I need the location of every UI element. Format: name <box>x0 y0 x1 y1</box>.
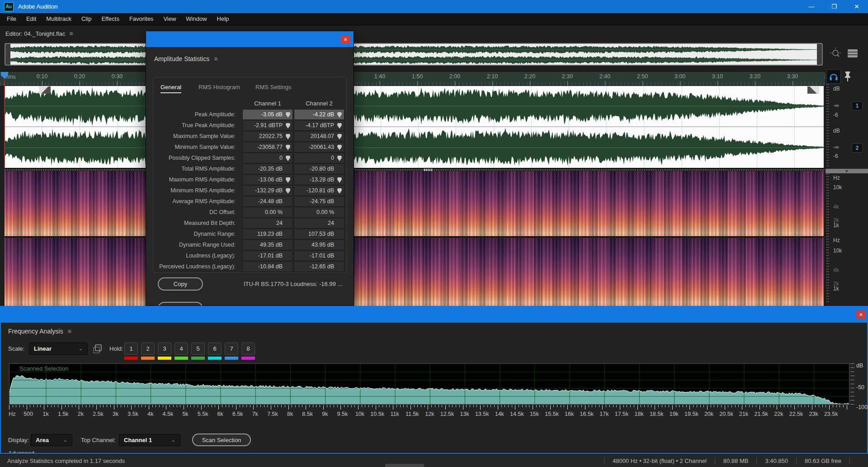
freq-axis-label: 3.5k <box>123 411 143 417</box>
editor-tab[interactable]: Editor: 04._Tonight.flac ≡ <box>5 29 73 38</box>
display-dropdown[interactable]: Area⌄ <box>31 434 72 446</box>
table-row[interactable]: Measured Bit Depth:2424 <box>153 218 347 229</box>
menu-item-effects[interactable]: Effects <box>96 13 124 25</box>
advanced-section-clipped[interactable]: Advanced <box>8 450 34 453</box>
stat-value-text: 0.00 % <box>265 209 283 215</box>
marker-pin-icon[interactable] <box>286 188 290 194</box>
menu-item-view[interactable]: View <box>158 13 181 25</box>
overview-left-handle[interactable] <box>5 44 10 65</box>
top-channel-dropdown[interactable]: Channel 1⌄ <box>119 434 180 446</box>
menu-item-file[interactable]: File <box>2 13 21 25</box>
collapse-divider[interactable]: ▼ <box>826 169 868 173</box>
table-row[interactable]: Peak Amplitude:-3.05 dB-4.22 dB <box>153 109 347 120</box>
minimize-button[interactable]: — <box>800 0 823 13</box>
marker-pin-icon[interactable] <box>337 112 342 118</box>
table-row[interactable]: Dynamic Range:119.23 dB107.53 dB <box>153 229 347 239</box>
selection-dashed-right <box>823 170 823 306</box>
table-row[interactable]: Loudness (Legacy):-17.01 dB-17.01 dB <box>153 250 347 261</box>
marker-pin-icon[interactable] <box>337 188 342 194</box>
hold-button-6[interactable]: 6 <box>208 343 222 355</box>
marker-pin-icon[interactable] <box>286 145 290 150</box>
menu-item-clip[interactable]: Clip <box>76 13 96 25</box>
marker-pin-icon[interactable] <box>286 156 290 161</box>
table-row[interactable]: Minimum Sample Value:-23058.77-20061.43 <box>153 142 347 152</box>
stat-value-text: -3.05 dB <box>261 111 283 118</box>
table-row[interactable]: Perceived Loudness (Legacy):-10.84 dB-12… <box>153 261 347 272</box>
stat-value-text: 119.23 dB <box>257 231 283 237</box>
tab-rms-settings[interactable]: RMS Settings <box>255 84 291 91</box>
window-title: Adobe Audition <box>18 3 57 10</box>
stat-value-ch1: -2.91 dBTP <box>242 120 293 131</box>
channel-separator[interactable] <box>5 126 824 127</box>
dialog-close-button[interactable]: ✕ <box>341 35 350 43</box>
hold-button-2[interactable]: 2 <box>141 343 155 355</box>
monitoring-button[interactable] <box>826 69 841 84</box>
marker-pin-icon[interactable] <box>286 112 290 118</box>
copy-button[interactable]: Copy <box>158 277 203 291</box>
channel-badge-2[interactable]: 2 <box>852 143 863 152</box>
stat-value-text: 0.00 % <box>316 209 334 215</box>
tab-rms-histogram[interactable]: RMS Histogram <box>198 84 240 91</box>
waveform-display[interactable] <box>5 86 824 168</box>
timeline-ruler[interactable]: hms 0:100:200:300:400:501:001:101:201:30… <box>0 71 826 86</box>
spectral-layout-icon[interactable] <box>846 48 859 59</box>
spectrogram-ch2[interactable] <box>5 238 824 306</box>
overview-waveform-strip[interactable] <box>5 43 823 66</box>
hold-button-5[interactable]: 5 <box>191 343 205 355</box>
menu-item-favorites[interactable]: Favorites <box>124 13 158 25</box>
scale-dropdown[interactable]: Linear⌄ <box>29 343 88 355</box>
marker-pin-icon[interactable] <box>286 134 290 139</box>
freq-title-bar[interactable] <box>0 306 868 323</box>
fade-in-handle[interactable] <box>39 86 51 94</box>
table-row[interactable]: True Peak Amplitude:-2.91 dBTP-4.17 dBTP <box>153 120 347 131</box>
hold-button-8[interactable]: 8 <box>241 343 255 355</box>
table-row[interactable]: Average RMS Amplitude:-24.48 dB-24.75 dB <box>153 196 347 207</box>
fade-out-handle[interactable] <box>807 86 819 94</box>
panel-menu-icon[interactable]: ≡ <box>214 55 217 62</box>
spectrogram-ch1[interactable] <box>5 171 824 236</box>
tab-general[interactable]: General <box>160 84 181 93</box>
stat-value-text: -4.22 dB <box>313 111 334 118</box>
marker-pin-icon[interactable] <box>337 177 342 183</box>
close-button[interactable]: ✕ <box>845 0 868 13</box>
stat-value-ch1: -24.48 dB <box>242 196 293 207</box>
copy-graph-icon[interactable] <box>92 343 103 354</box>
freq-axis-label: 12.5k <box>437 411 457 417</box>
channel-badge-1[interactable]: 1 <box>852 101 863 110</box>
table-row[interactable]: DC Offset:0.00 %0.00 % <box>153 207 347 218</box>
hold-button-7[interactable]: 7 <box>225 343 238 355</box>
bottom-panel-notch[interactable] <box>385 464 424 467</box>
table-row[interactable]: Maximum Sample Value:22022.7520148.07 <box>153 131 347 142</box>
marker-pin-icon[interactable] <box>286 123 290 129</box>
selection-drag-handle[interactable] <box>424 169 432 171</box>
hold-button-4[interactable]: 4 <box>175 343 188 355</box>
dialog-title-bar[interactable] <box>146 31 354 47</box>
recalculate-button-clipped[interactable] <box>158 302 203 306</box>
table-row[interactable]: Total RMS Amplitude:-20.35 dB-20.80 dB <box>153 163 347 174</box>
stat-value-ch1: 119.23 dB <box>242 229 293 239</box>
panel-menu-icon[interactable]: ≡ <box>69 30 73 37</box>
marker-pin-icon[interactable] <box>337 123 342 129</box>
menu-item-help[interactable]: Help <box>212 13 234 25</box>
menu-item-edit[interactable]: Edit <box>21 13 41 25</box>
hold-button-1[interactable]: 1 <box>124 343 138 355</box>
zoom-navigate-icon[interactable] <box>829 47 843 61</box>
panel-menu-icon[interactable]: ≡ <box>67 328 71 335</box>
marker-pin-icon[interactable] <box>337 156 342 161</box>
menu-item-window[interactable]: Window <box>181 13 212 25</box>
table-row[interactable]: Maximum RMS Amplitude:-13.06 dB-13.28 dB <box>153 174 347 185</box>
frequency-graph[interactable]: Scanned Selection <box>9 363 849 405</box>
pin-marker-icon[interactable] <box>844 71 852 82</box>
restore-button[interactable]: ❐ <box>823 0 845 13</box>
marker-pin-icon[interactable] <box>337 134 342 139</box>
hold-button-3[interactable]: 3 <box>158 343 171 355</box>
table-row[interactable]: Minimum RMS Amplitude:-132.29 dB-120.81 … <box>153 185 347 196</box>
marker-pin-icon[interactable] <box>337 145 342 150</box>
menu-item-multitrack[interactable]: Multitrack <box>41 13 76 25</box>
table-row[interactable]: Possibly Clipped Samples:00 <box>153 152 347 163</box>
scan-selection-button[interactable]: Scan Selection <box>192 434 251 446</box>
freq-close-button[interactable]: ✕ <box>856 310 866 319</box>
table-row[interactable]: Dynamic Range Used:49.35 dB43.95 dB <box>153 239 347 250</box>
timeline-tick <box>455 81 455 86</box>
marker-pin-icon[interactable] <box>286 177 290 183</box>
